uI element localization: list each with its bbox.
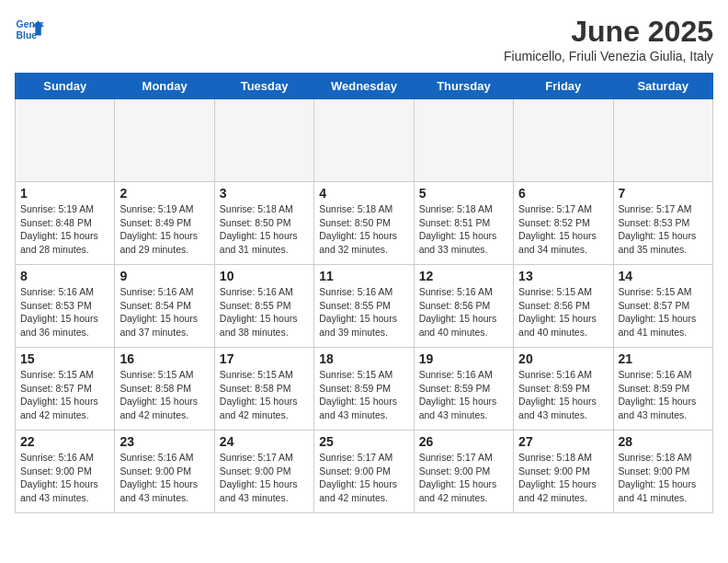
day-number: 2 <box>119 186 209 201</box>
table-cell <box>214 99 313 182</box>
day-number: 3 <box>220 186 309 201</box>
day-info: Sunrise: 5:16 AMSunset: 8:53 PMDaylight:… <box>20 285 109 339</box>
table-cell <box>414 99 513 182</box>
day-info: Sunrise: 5:17 AMSunset: 9:00 PMDaylight:… <box>220 451 309 505</box>
day-info: Sunrise: 5:18 AMSunset: 9:00 PMDaylight:… <box>518 451 608 505</box>
table-cell <box>115 99 214 182</box>
table-cell: 15Sunrise: 5:15 AMSunset: 8:57 PMDayligh… <box>16 348 115 431</box>
day-info: Sunrise: 5:16 AMSunset: 8:59 PMDaylight:… <box>518 368 608 422</box>
day-number: 11 <box>319 269 408 283</box>
logo-icon: General Blue <box>15 15 44 44</box>
day-number: 28 <box>619 434 708 449</box>
table-cell <box>16 99 115 182</box>
day-info: Sunrise: 5:16 AMSunset: 8:59 PMDaylight:… <box>619 368 708 422</box>
day-info: Sunrise: 5:15 AMSunset: 8:59 PMDaylight:… <box>319 368 408 422</box>
table-cell <box>514 99 613 182</box>
table-cell: 19Sunrise: 5:16 AMSunset: 8:59 PMDayligh… <box>414 348 513 431</box>
table-cell: 3Sunrise: 5:18 AMSunset: 8:50 PMDaylight… <box>214 182 313 265</box>
calendar: Sunday Monday Tuesday Wednesday Thursday… <box>15 73 713 513</box>
day-number: 24 <box>220 434 309 449</box>
table-cell: 27Sunrise: 5:18 AMSunset: 9:00 PMDayligh… <box>514 431 613 513</box>
col-sunday: Sunday <box>16 74 115 99</box>
day-number: 21 <box>619 351 708 366</box>
day-number: 13 <box>518 269 608 283</box>
day-number: 19 <box>419 351 508 366</box>
table-cell: 28Sunrise: 5:18 AMSunset: 9:00 PMDayligh… <box>613 431 712 513</box>
title-block: June 2025 Fiumicello, Friuli Venezia Giu… <box>504 15 713 63</box>
table-cell: 16Sunrise: 5:15 AMSunset: 8:58 PMDayligh… <box>115 348 214 431</box>
day-info: Sunrise: 5:16 AMSunset: 9:00 PMDaylight:… <box>20 451 109 505</box>
day-info: Sunrise: 5:15 AMSunset: 8:57 PMDaylight:… <box>20 368 109 422</box>
day-number: 18 <box>319 351 408 366</box>
col-tuesday: Tuesday <box>214 74 313 99</box>
day-info: Sunrise: 5:17 AMSunset: 8:52 PMDaylight:… <box>518 202 608 257</box>
day-number: 5 <box>419 186 508 201</box>
col-wednesday: Wednesday <box>314 74 414 99</box>
page-header: General Blue June 2025 Fiumicello, Friul… <box>15 15 713 63</box>
col-thursday: Thursday <box>414 74 513 99</box>
day-info: Sunrise: 5:16 AMSunset: 8:55 PMDaylight:… <box>220 285 309 339</box>
day-info: Sunrise: 5:18 AMSunset: 8:50 PMDaylight:… <box>220 202 309 257</box>
day-info: Sunrise: 5:17 AMSunset: 9:00 PMDaylight:… <box>419 451 508 505</box>
day-info: Sunrise: 5:15 AMSunset: 8:57 PMDaylight:… <box>619 285 708 339</box>
day-info: Sunrise: 5:16 AMSunset: 8:55 PMDaylight:… <box>319 285 408 339</box>
day-number: 12 <box>419 269 508 283</box>
svg-text:Blue: Blue <box>17 30 38 40</box>
day-info: Sunrise: 5:15 AMSunset: 8:56 PMDaylight:… <box>518 285 608 339</box>
col-friday: Friday <box>514 74 613 99</box>
week-row-1 <box>16 99 713 182</box>
table-cell: 2Sunrise: 5:19 AMSunset: 8:49 PMDaylight… <box>115 182 214 265</box>
day-number: 9 <box>119 269 209 283</box>
location: Fiumicello, Friuli Venezia Giulia, Italy <box>504 49 713 63</box>
week-row-3: 8Sunrise: 5:16 AMSunset: 8:53 PMDaylight… <box>16 265 713 348</box>
day-number: 16 <box>119 351 209 366</box>
table-cell: 21Sunrise: 5:16 AMSunset: 8:59 PMDayligh… <box>613 348 712 431</box>
table-cell: 6Sunrise: 5:17 AMSunset: 8:52 PMDaylight… <box>514 182 613 265</box>
table-cell: 7Sunrise: 5:17 AMSunset: 8:53 PMDaylight… <box>613 182 712 265</box>
day-info: Sunrise: 5:18 AMSunset: 9:00 PMDaylight:… <box>619 451 708 505</box>
table-cell: 20Sunrise: 5:16 AMSunset: 8:59 PMDayligh… <box>514 348 613 431</box>
day-info: Sunrise: 5:18 AMSunset: 8:51 PMDaylight:… <box>419 202 508 257</box>
col-monday: Monday <box>115 74 214 99</box>
day-info: Sunrise: 5:17 AMSunset: 8:53 PMDaylight:… <box>619 202 708 257</box>
logo: General Blue <box>15 15 44 44</box>
day-info: Sunrise: 5:18 AMSunset: 8:50 PMDaylight:… <box>319 202 408 257</box>
day-number: 17 <box>220 351 309 366</box>
day-number: 1 <box>20 186 109 201</box>
day-number: 4 <box>319 186 408 201</box>
day-info: Sunrise: 5:16 AMSunset: 9:00 PMDaylight:… <box>119 451 209 505</box>
table-cell: 22Sunrise: 5:16 AMSunset: 9:00 PMDayligh… <box>16 431 115 513</box>
table-cell: 12Sunrise: 5:16 AMSunset: 8:56 PMDayligh… <box>414 265 513 348</box>
day-number: 7 <box>619 186 708 201</box>
table-cell: 18Sunrise: 5:15 AMSunset: 8:59 PMDayligh… <box>314 348 414 431</box>
table-cell: 5Sunrise: 5:18 AMSunset: 8:51 PMDaylight… <box>414 182 513 265</box>
day-number: 15 <box>20 351 109 366</box>
day-info: Sunrise: 5:16 AMSunset: 8:59 PMDaylight:… <box>419 368 508 422</box>
table-cell: 26Sunrise: 5:17 AMSunset: 9:00 PMDayligh… <box>414 431 513 513</box>
table-cell: 10Sunrise: 5:16 AMSunset: 8:55 PMDayligh… <box>214 265 313 348</box>
table-cell: 11Sunrise: 5:16 AMSunset: 8:55 PMDayligh… <box>314 265 414 348</box>
day-number: 10 <box>220 269 309 283</box>
table-cell: 9Sunrise: 5:16 AMSunset: 8:54 PMDaylight… <box>115 265 214 348</box>
month-title: June 2025 <box>504 15 713 49</box>
day-number: 6 <box>518 186 608 201</box>
table-cell: 24Sunrise: 5:17 AMSunset: 9:00 PMDayligh… <box>214 431 313 513</box>
day-number: 8 <box>20 269 109 283</box>
table-cell: 8Sunrise: 5:16 AMSunset: 8:53 PMDaylight… <box>16 265 115 348</box>
day-info: Sunrise: 5:16 AMSunset: 8:56 PMDaylight:… <box>419 285 508 339</box>
week-row-5: 22Sunrise: 5:16 AMSunset: 9:00 PMDayligh… <box>16 431 713 513</box>
day-info: Sunrise: 5:19 AMSunset: 8:48 PMDaylight:… <box>20 202 109 257</box>
day-number: 20 <box>518 351 608 366</box>
col-saturday: Saturday <box>613 74 712 99</box>
table-cell: 14Sunrise: 5:15 AMSunset: 8:57 PMDayligh… <box>613 265 712 348</box>
calendar-header-row: Sunday Monday Tuesday Wednesday Thursday… <box>16 74 713 99</box>
day-number: 22 <box>20 434 109 449</box>
day-info: Sunrise: 5:17 AMSunset: 9:00 PMDaylight:… <box>319 451 408 505</box>
day-info: Sunrise: 5:15 AMSunset: 8:58 PMDaylight:… <box>220 368 309 422</box>
day-number: 23 <box>119 434 209 449</box>
table-cell: 25Sunrise: 5:17 AMSunset: 9:00 PMDayligh… <box>314 431 414 513</box>
week-row-4: 15Sunrise: 5:15 AMSunset: 8:57 PMDayligh… <box>16 348 713 431</box>
table-cell <box>314 99 414 182</box>
day-number: 14 <box>619 269 708 283</box>
table-cell: 13Sunrise: 5:15 AMSunset: 8:56 PMDayligh… <box>514 265 613 348</box>
